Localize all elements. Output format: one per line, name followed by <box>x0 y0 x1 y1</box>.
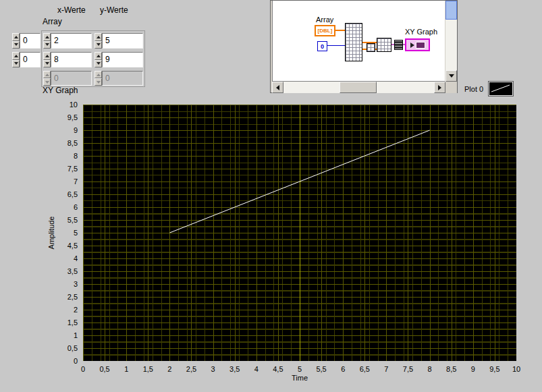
down-arrow-icon <box>45 43 49 46</box>
constant-value: 0 <box>321 43 324 50</box>
increment-button <box>94 71 102 78</box>
scroll-right-button[interactable] <box>434 82 445 93</box>
increment-button[interactable] <box>94 52 102 60</box>
decrement-button[interactable] <box>43 60 51 68</box>
x-tick-label: 7 <box>384 365 388 373</box>
scroll-left-button[interactable] <box>272 82 283 93</box>
y-tick-label: 7,5 <box>53 165 78 173</box>
x-tick-label: 6 <box>341 365 345 373</box>
x-tick-label: 7,5 <box>403 365 413 373</box>
up-arrow-icon <box>97 74 101 76</box>
index-wire[interactable] <box>327 45 345 46</box>
up-arrow-icon <box>45 55 49 57</box>
scrollbar-corner <box>445 82 457 93</box>
numeric-field[interactable]: 5 <box>102 33 143 49</box>
plot-line-svg <box>83 105 516 361</box>
numeric-field[interactable]: 2 <box>51 33 92 49</box>
decrement-button[interactable] <box>12 60 20 68</box>
bd-array-label: Array <box>316 16 333 24</box>
up-arrow-icon <box>97 55 101 57</box>
right-arrow-icon <box>438 85 441 90</box>
array-dbl-terminal[interactable]: [DBL] <box>315 25 335 36</box>
down-arrow-icon <box>14 62 18 65</box>
x-tick-label: 0 <box>81 365 85 373</box>
increment-button[interactable] <box>12 33 20 41</box>
index-array-node[interactable] <box>345 23 362 61</box>
y-axis-ticks: 109,598,587,576,565,554,543,532,521,510,… <box>53 105 80 361</box>
y-tick-label: 7 <box>53 177 78 186</box>
increment-button[interactable] <box>43 52 51 60</box>
x-value-element-1: 8 <box>43 52 92 67</box>
y-value-element-0: 5 <box>94 33 143 49</box>
scroll-down-button[interactable] <box>445 70 457 82</box>
x-value-element-2: 0 <box>43 71 92 86</box>
index-field[interactable]: 0 <box>20 33 40 49</box>
y-tick-label: 3 <box>53 280 78 288</box>
x-tick-label: 8,5 <box>446 365 456 373</box>
dbl-terminal-text: [DBL] <box>318 28 333 34</box>
y-tick-label: 6,5 <box>53 190 78 198</box>
up-arrow-icon <box>97 36 101 38</box>
graph-plot-area[interactable] <box>83 105 516 361</box>
index-spinner[interactable] <box>12 33 20 49</box>
y-tick-label: 5 <box>53 229 78 237</box>
element-spinner[interactable] <box>94 33 102 49</box>
decrement-button <box>94 78 102 86</box>
wire-junction-node[interactable] <box>394 40 403 50</box>
build-array-node[interactable] <box>367 43 375 52</box>
down-arrow-icon <box>14 43 18 46</box>
index-spinner[interactable] <box>12 52 20 67</box>
labview-front-panel: { "front_panel": { "column_labels": { "x… <box>0 0 542 392</box>
y-value-element-1: 9 <box>94 52 143 67</box>
down-arrow-icon <box>45 62 49 65</box>
down-arrow-icon <box>449 74 454 78</box>
x-tick-label: 5 <box>298 365 302 373</box>
horizontal-scrollbar[interactable] <box>272 82 445 93</box>
down-arrow-icon <box>97 43 101 46</box>
x-tick-label: 1 <box>124 365 128 373</box>
numeric-field[interactable]: 8 <box>51 52 92 67</box>
plot-legend[interactable]: Plot 0 <box>464 81 513 96</box>
xy-graph-terminal[interactable] <box>405 38 430 51</box>
plot-line <box>169 130 429 233</box>
decrement-button[interactable] <box>43 41 51 49</box>
vertical-scroll-thumb[interactable] <box>445 1 457 20</box>
x-tick-label: 0,5 <box>99 365 109 373</box>
increment-button[interactable] <box>43 33 51 41</box>
y-axis-title: Amplitude <box>47 217 55 250</box>
decrement-button[interactable] <box>94 41 102 49</box>
numeric-field: 0 <box>102 71 143 86</box>
x-tick-label: 9,5 <box>489 365 499 373</box>
x-tick-label: 2 <box>167 365 171 373</box>
bundle-node[interactable] <box>377 38 391 52</box>
y-tick-label: 4,5 <box>53 242 78 250</box>
x-axis-ticks: 00,511,522,533,544,555,566,577,588,599,5… <box>83 363 516 372</box>
decrement-button[interactable] <box>12 41 20 49</box>
mini-plot-icon <box>416 42 425 49</box>
index-field[interactable]: 0 <box>20 52 40 67</box>
increment-button[interactable] <box>94 33 102 41</box>
array-index-control-1: 0 <box>12 52 40 67</box>
left-arrow-icon <box>276 85 279 90</box>
x-tick-label: 4,5 <box>273 365 283 373</box>
vertical-scrollbar[interactable] <box>445 1 457 82</box>
x-value-element-0: 2 <box>43 33 92 49</box>
down-arrow-icon <box>45 81 49 84</box>
block-diagram-canvas[interactable]: Array [DBL] 0 XY Graph <box>272 1 445 82</box>
element-spinner[interactable] <box>43 52 51 67</box>
horizontal-scroll-thumb[interactable] <box>340 82 377 93</box>
decrement-button[interactable] <box>94 60 102 68</box>
y-tick-label: 8,5 <box>53 139 78 147</box>
element-spinner[interactable] <box>43 33 51 49</box>
y-tick-label: 9 <box>53 126 78 134</box>
y-tick-label: 2 <box>53 306 78 314</box>
plot-style-icon[interactable] <box>489 82 513 96</box>
numeric-field[interactable]: 9 <box>102 52 143 67</box>
array-label: Array <box>43 17 62 26</box>
array-wire[interactable] <box>335 30 345 31</box>
increment-button[interactable] <box>12 52 20 60</box>
numeric-constant[interactable]: 0 <box>317 41 327 51</box>
element-spinner[interactable] <box>94 52 102 67</box>
x-tick-label: 4 <box>254 365 259 373</box>
up-arrow-icon <box>14 36 18 38</box>
